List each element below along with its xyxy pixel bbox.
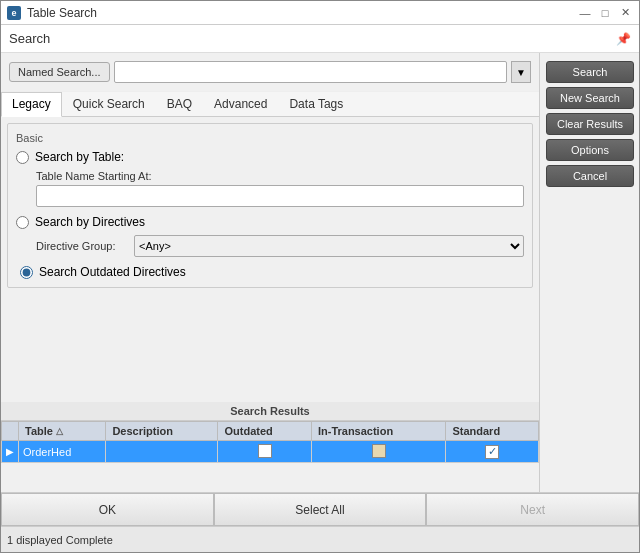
search-button[interactable]: Search [546, 61, 634, 83]
search-label: Search [9, 31, 50, 46]
search-by-table-row: Search by Table: [16, 150, 524, 164]
tabs-row: Legacy Quick Search BAQ Advanced Data Ta… [1, 92, 539, 117]
named-search-input[interactable] [114, 61, 507, 83]
tab-advanced[interactable]: Advanced [203, 92, 278, 116]
directive-group-select[interactable]: <Any> [134, 235, 524, 257]
search-outdated-row: Search Outdated Directives [20, 265, 524, 279]
in-transaction-checkbox [372, 444, 386, 458]
standard-checkbox [485, 445, 499, 459]
new-search-button[interactable]: New Search [546, 87, 634, 109]
cancel-button[interactable]: Cancel [546, 165, 634, 187]
title-bar-controls: — □ ✕ [577, 5, 633, 21]
clear-results-button[interactable]: Clear Results [546, 113, 634, 135]
cell-description [106, 441, 218, 463]
tab-quick-search[interactable]: Quick Search [62, 92, 156, 116]
tab-data-tags[interactable]: Data Tags [278, 92, 354, 116]
next-button[interactable]: Next [426, 493, 639, 526]
search-by-directives-row: Search by Directives [16, 215, 524, 229]
search-by-table-label: Search by Table: [35, 150, 124, 164]
col-standard[interactable]: Standard [446, 422, 539, 441]
col-description[interactable]: Description [106, 422, 218, 441]
status-text: 1 displayed Complete [7, 534, 113, 546]
results-table: Table△ Description Outdated In-Transacti… [1, 421, 539, 463]
directive-group-row: Directive Group: <Any> [36, 235, 524, 257]
search-by-table-radio[interactable] [16, 151, 29, 164]
bottom-bar: OK Select All Next [1, 492, 639, 526]
col-arrow [2, 422, 19, 441]
named-search-button[interactable]: Named Search... [9, 62, 110, 82]
outdated-checkbox [258, 444, 272, 458]
app-icon: e [7, 6, 21, 20]
options-button[interactable]: Options [546, 139, 634, 161]
search-by-directives-radio[interactable] [16, 216, 29, 229]
window-title: Table Search [27, 6, 97, 20]
search-results-area: Search Results Table△ Description [1, 402, 539, 492]
pin-icon: 📌 [616, 32, 631, 46]
form-area: Basic Search by Table: Table Name Starti… [1, 117, 539, 402]
title-bar-left: e Table Search [7, 6, 97, 20]
status-bar: 1 displayed Complete [1, 526, 639, 552]
named-search-row: Named Search... ▼ [1, 53, 539, 92]
close-button[interactable]: ✕ [617, 5, 633, 21]
form-border: Basic Search by Table: Table Name Starti… [7, 123, 533, 288]
cell-outdated [218, 441, 311, 463]
tab-baq[interactable]: BAQ [156, 92, 203, 116]
named-search-dropdown-arrow[interactable]: ▼ [511, 61, 531, 83]
cell-standard [446, 441, 539, 463]
table-name-input[interactable] [36, 185, 524, 207]
maximize-button[interactable]: □ [597, 5, 613, 21]
row-arrow: ▶ [2, 441, 19, 463]
col-table[interactable]: Table△ [19, 422, 106, 441]
table-name-group: Table Name Starting At: [36, 170, 524, 207]
search-by-directives-label: Search by Directives [35, 215, 145, 229]
right-panel: Search New Search Clear Results Options … [539, 53, 639, 492]
table-row[interactable]: ▶ OrderHed [2, 441, 539, 463]
title-bar: e Table Search — □ ✕ [1, 1, 639, 25]
table-name-label: Table Name Starting At: [36, 170, 524, 182]
search-outdated-label: Search Outdated Directives [39, 265, 186, 279]
cell-table-name: OrderHed [19, 441, 106, 463]
cell-in-transaction [311, 441, 445, 463]
search-outdated-radio[interactable] [20, 266, 33, 279]
sort-icon-table: △ [56, 426, 63, 436]
tab-legacy[interactable]: Legacy [1, 92, 62, 117]
section-label: Basic [16, 132, 524, 144]
main-window: e Table Search — □ ✕ Search 📌 Named Sear… [0, 0, 640, 553]
results-header: Search Results [1, 402, 539, 421]
select-all-button[interactable]: Select All [214, 493, 427, 526]
col-outdated[interactable]: Outdated [218, 422, 311, 441]
col-in-transaction[interactable]: In-Transaction [311, 422, 445, 441]
minimize-button[interactable]: — [577, 5, 593, 21]
left-main: Named Search... ▼ Legacy Quick Search BA… [1, 53, 539, 492]
directive-group-label: Directive Group: [36, 240, 126, 252]
center-area: Named Search... ▼ Legacy Quick Search BA… [1, 53, 639, 492]
search-label-row: Search 📌 [1, 25, 639, 53]
ok-button[interactable]: OK [1, 493, 214, 526]
